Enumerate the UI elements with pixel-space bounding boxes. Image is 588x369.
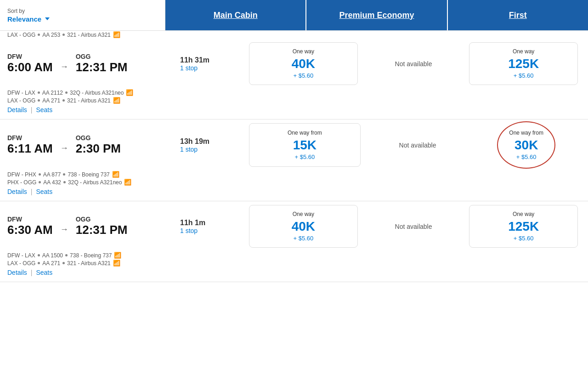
flight-row-1: LAX - OGG AA 253 321 - Airbus A321 📶 DFW… bbox=[0, 31, 588, 119]
flight-1-route-header: LAX - OGG AA 253 321 - Airbus A321 📶 bbox=[0, 31, 588, 39]
price-fee: + $5.60 bbox=[516, 153, 537, 160]
wifi-icon: 📶 bbox=[113, 31, 120, 38]
dot-icon bbox=[65, 254, 68, 256]
arr-time: 2:30 PM bbox=[76, 142, 121, 156]
seats-link[interactable]: Seats bbox=[36, 188, 52, 195]
stops: 1 stop bbox=[180, 64, 198, 72]
dep-airport: DFW bbox=[7, 216, 53, 223]
arrival-info: OGG 12:31 PM bbox=[76, 216, 128, 237]
flight-1-route-line1: DFW - LAX AA 2112 32Q - Airbus A321neo 📶 bbox=[0, 89, 588, 97]
first-price-card[interactable]: One way 125K + $5.60 bbox=[469, 205, 578, 248]
flight-3-duration: 11h 1m 1 stop bbox=[173, 201, 246, 251]
premium-economy-na: Not available bbox=[363, 42, 464, 85]
price-label: One way bbox=[513, 48, 534, 55]
wifi-icon: 📶 bbox=[114, 252, 121, 259]
flight-1-links: Details | Seats bbox=[0, 104, 588, 119]
na-text: Not available bbox=[395, 223, 432, 230]
dot-icon bbox=[62, 99, 65, 102]
departure-info: DFW 6:30 AM bbox=[7, 216, 53, 237]
first-price-card-circled[interactable]: One way from 30K + $5.60 bbox=[475, 121, 578, 169]
price-fee: + $5.60 bbox=[293, 72, 313, 79]
flight-3-links: Details | Seats bbox=[0, 267, 588, 282]
price-label: One way bbox=[293, 211, 314, 217]
duration: 13h 19m bbox=[180, 137, 209, 146]
na-text: Not available bbox=[399, 142, 436, 149]
price-fee: + $5.60 bbox=[293, 235, 313, 242]
dot-icon bbox=[65, 91, 68, 94]
na-text: Not available bbox=[395, 60, 432, 68]
top-bar: Sort by Relevance Main Cabin Premium Eco… bbox=[0, 0, 588, 31]
price-amount: 15K bbox=[293, 138, 317, 153]
price-amount: 125K bbox=[508, 57, 539, 71]
dep-time: 6:11 AM bbox=[7, 142, 53, 156]
main-cabin-price-card[interactable]: One way from 15K + $5.60 bbox=[249, 123, 361, 167]
flight-1-duration: 11h 31m 1 stop bbox=[173, 39, 246, 89]
wifi-icon: 📶 bbox=[112, 171, 119, 178]
dot-icon bbox=[38, 254, 40, 256]
dot-icon bbox=[38, 99, 40, 102]
details-link[interactable]: Details bbox=[7, 269, 27, 276]
duration: 11h 31m bbox=[180, 56, 209, 64]
price-amount: 30K bbox=[514, 138, 538, 153]
details-link[interactable]: Details bbox=[7, 106, 27, 114]
main-cabin-price-card[interactable]: One way 40K + $5.60 bbox=[249, 42, 358, 85]
arr-time: 12:31 PM bbox=[76, 223, 128, 237]
departure-info: DFW 6:00 AM bbox=[7, 53, 53, 74]
seats-link[interactable]: Seats bbox=[36, 106, 52, 114]
price-label: One way from bbox=[288, 130, 322, 136]
dot-icon bbox=[62, 34, 65, 36]
sort-value: Relevance bbox=[7, 15, 41, 23]
circle-highlight[interactable]: One way from 30K + $5.60 bbox=[497, 121, 555, 169]
price-label: One way from bbox=[509, 130, 543, 136]
sort-dropdown[interactable]: Relevance bbox=[7, 15, 50, 23]
stops: 1 stop bbox=[180, 146, 198, 153]
main-cabin-price-card[interactable]: One way 40K + $5.60 bbox=[249, 205, 358, 248]
premium-economy-na: Not available bbox=[363, 205, 464, 248]
price-amount: 125K bbox=[508, 219, 539, 234]
tab-premium-economy[interactable]: Premium Economy bbox=[306, 0, 447, 30]
tab-first[interactable]: First bbox=[448, 0, 588, 30]
flight-3-main: DFW 6:30 AM → OGG 12:31 PM 11h 1m 1 stop… bbox=[0, 201, 588, 251]
chevron-down-icon bbox=[45, 17, 50, 20]
seats-link[interactable]: Seats bbox=[36, 269, 52, 276]
sort-label: Sort by bbox=[7, 8, 47, 14]
flight-2-main: DFW 6:11 AM → OGG 2:30 PM 13h 19m 1 stop… bbox=[0, 119, 588, 170]
flight-2-route-line1: DFW - PHX AA 877 738 - Boeing 737 📶 bbox=[0, 170, 588, 178]
link-divider: | bbox=[31, 188, 33, 195]
link-divider: | bbox=[31, 269, 33, 276]
price-fee: + $5.60 bbox=[294, 153, 315, 160]
flight-1-route-line2: LAX - OGG AA 271 321 - Airbus A321 📶 bbox=[0, 97, 588, 104]
flight-3-prices: One way 40K + $5.60 Not available One wa… bbox=[246, 201, 581, 251]
flight-row-3: DFW 6:30 AM → OGG 12:31 PM 11h 1m 1 stop… bbox=[0, 201, 588, 282]
arrow-right-icon: → bbox=[60, 225, 68, 234]
flight-2-times: DFW 6:11 AM → OGG 2:30 PM bbox=[7, 119, 173, 170]
dot-icon bbox=[38, 91, 40, 94]
wifi-icon: 📶 bbox=[126, 89, 133, 96]
price-label: One way bbox=[293, 48, 314, 55]
sort-section: Sort by Relevance bbox=[0, 0, 165, 30]
flight-1-main: DFW 6:00 AM → OGG 12:31 PM 11h 31m 1 sto… bbox=[0, 39, 588, 89]
cabin-tabs: Main Cabin Premium Economy First bbox=[165, 0, 588, 30]
flight-1-prices: One way 40K + $5.60 Not available One wa… bbox=[246, 39, 581, 89]
dot-icon bbox=[63, 173, 65, 176]
flight-2-duration: 13h 19m 1 stop bbox=[173, 119, 246, 170]
tab-main-cabin[interactable]: Main Cabin bbox=[165, 0, 306, 30]
dot-icon bbox=[63, 181, 66, 183]
arr-airport: OGG bbox=[76, 53, 128, 60]
arr-airport: OGG bbox=[76, 216, 128, 223]
arrow-right-icon: → bbox=[60, 143, 68, 153]
premium-economy-na: Not available bbox=[366, 123, 469, 167]
wifi-icon: 📶 bbox=[124, 179, 131, 186]
dot-icon bbox=[38, 34, 40, 36]
price-amount: 40K bbox=[292, 219, 315, 234]
flight-2-links: Details | Seats bbox=[0, 186, 588, 201]
dot-icon bbox=[39, 173, 41, 176]
flight-2-prices: One way from 15K + $5.60 Not available O… bbox=[246, 119, 581, 170]
first-price-card[interactable]: One way 125K + $5.60 bbox=[469, 42, 578, 85]
price-fee: + $5.60 bbox=[514, 72, 534, 79]
wifi-icon: 📶 bbox=[113, 97, 120, 104]
flight-3-route-line1: DFW - LAX AA 1500 738 - Boeing 737 📶 bbox=[0, 251, 588, 259]
dot-icon bbox=[38, 262, 40, 264]
details-link[interactable]: Details bbox=[7, 188, 27, 195]
dep-airport: DFW bbox=[7, 53, 53, 60]
